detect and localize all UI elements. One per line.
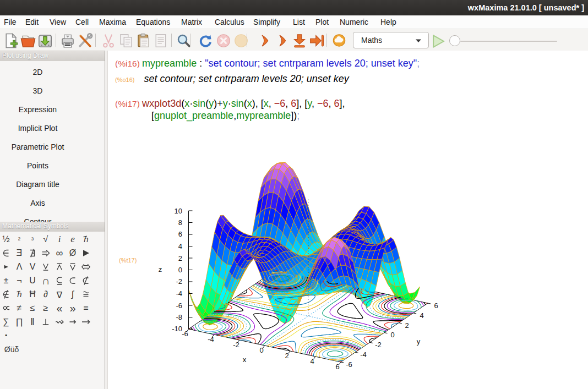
svg-text:-4: -4 bbox=[360, 350, 367, 359]
svg-text:-6: -6 bbox=[182, 330, 188, 338]
svg-text:-4: -4 bbox=[208, 335, 214, 343]
svg-text:10: 10 bbox=[175, 207, 182, 215]
svg-text:8: 8 bbox=[178, 218, 182, 227]
svg-text:6: 6 bbox=[434, 302, 438, 310]
svg-text:4: 4 bbox=[420, 311, 423, 320]
svg-text:0: 0 bbox=[178, 266, 182, 274]
svg-text:-6: -6 bbox=[176, 302, 182, 310]
svg-text:2: 2 bbox=[405, 321, 409, 330]
svg-text:6: 6 bbox=[335, 363, 339, 371]
svg-text:2: 2 bbox=[285, 352, 288, 360]
svg-text:z: z bbox=[159, 265, 162, 273]
svg-text:0: 0 bbox=[259, 346, 263, 354]
svg-text:x: x bbox=[243, 355, 247, 364]
svg-text:4: 4 bbox=[310, 357, 314, 365]
svg-text:-10: -10 bbox=[172, 325, 182, 333]
svg-text:-2: -2 bbox=[233, 341, 239, 349]
svg-text:y: y bbox=[417, 337, 421, 346]
svg-text:-4: -4 bbox=[176, 289, 182, 298]
svg-text:4: 4 bbox=[178, 242, 182, 250]
svg-text:2: 2 bbox=[178, 254, 182, 262]
svg-text:-8: -8 bbox=[176, 313, 182, 321]
svg-text:-6: -6 bbox=[346, 360, 352, 369]
svg-text:0: 0 bbox=[390, 331, 394, 339]
svg-text:-2: -2 bbox=[176, 277, 182, 286]
svg-text:6: 6 bbox=[178, 230, 182, 238]
svg-text:-2: -2 bbox=[375, 341, 382, 349]
